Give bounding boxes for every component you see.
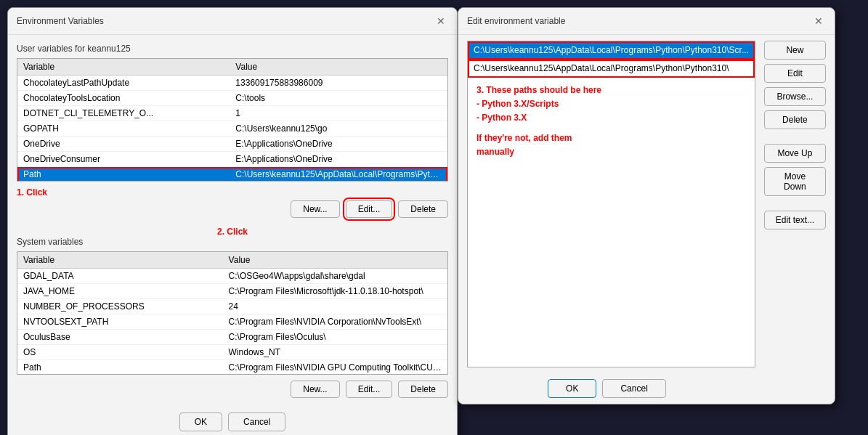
system-col-value: Value	[223, 252, 447, 269]
system-section-label: System variables	[17, 237, 448, 247]
system-row-value: C:\Program Files\NVIDIA GPU Computing To…	[223, 360, 447, 375]
user-row-variable[interactable]: Path	[17, 167, 230, 182]
env-dialog-title: Environment Variables	[17, 16, 104, 26]
user-row-value: C:\tools	[230, 91, 447, 106]
path-list-item[interactable]: C:\Users\keannu125\AppData\Local\Program…	[468, 41, 755, 60]
system-row-value: C:\Program Files\Oculus\	[223, 330, 447, 345]
system-variables-table-container: Variable Value GDAL_DATAC:\OSGeo4W\apps\…	[17, 251, 448, 375]
env-variables-dialog: Environment Variables ✕ User variables f…	[7, 7, 458, 435]
user-new-button[interactable]: New...	[291, 200, 339, 218]
edit-dialog-main: C:\Users\keannu125\AppData\Local\Program…	[458, 35, 835, 404]
user-row-value: E:\Applications\OneDrive	[230, 137, 447, 152]
annotation-line3: - Python 3.X	[476, 111, 746, 125]
system-row-value: C:\Program Files\Microsoft\jdk-11.0.18.1…	[223, 284, 447, 299]
edit-dialog-title-bar: Edit environment variable ✕	[458, 8, 835, 35]
annotation-line5: If they're not, add them	[476, 131, 746, 145]
user-row-variable[interactable]: ChocolateyLastPathUpdate	[17, 76, 230, 91]
user-table-row[interactable]: OneDriveConsumerE:\Applications\OneDrive	[17, 152, 447, 167]
edit-ok-button[interactable]: OK	[548, 379, 596, 398]
system-row-variable[interactable]: Path	[17, 360, 223, 375]
user-table-row[interactable]: GOPATHC:\Users\keannu125\go	[17, 121, 447, 137]
user-row-value: 133609175883986009	[230, 76, 447, 91]
user-row-variable[interactable]: ChocolateyToolsLocation	[17, 91, 230, 106]
user-table-row[interactable]: PathC:\Users\keannu125\AppData\Local\Pro…	[17, 167, 447, 182]
edit-edit-button[interactable]: Edit	[764, 64, 826, 83]
system-table-row[interactable]: NUMBER_OF_PROCESSORS24	[17, 299, 447, 314]
user-col-variable: Variable	[17, 59, 230, 76]
user-table-row[interactable]: ChocolateyToolsLocationC:\tools	[17, 91, 447, 106]
system-row-value: 24	[223, 299, 447, 314]
edit-browse-button[interactable]: Browse...	[764, 87, 826, 106]
user-row-value: C:\Users\keannu125\AppData\Local\Program…	[230, 167, 447, 182]
system-table-row[interactable]: JAVA_HOMEC:\Program Files\Microsoft\jdk-…	[17, 284, 447, 299]
system-row-value: C:\Program Files\NVIDIA Corporation\NvTo…	[223, 314, 447, 330]
edit-side-buttons: New Edit Browse... Delete Move Up Move D…	[755, 35, 835, 404]
annotation-box: 3. These paths should be here - Python 3…	[468, 78, 755, 165]
system-row-variable[interactable]: JAVA_HOME	[17, 284, 223, 299]
env-ok-button[interactable]: OK	[179, 412, 222, 431]
system-row-variable[interactable]: NUMBER_OF_PROCESSORS	[17, 299, 223, 314]
path-list-item[interactable]: C:\Users\keannu125\AppData\Local\Program…	[468, 60, 755, 78]
user-table-row[interactable]: DOTNET_CLI_TELEMETRY_O...1	[17, 106, 447, 121]
edit-edit-text-button[interactable]: Edit text...	[764, 211, 826, 229]
edit-new-button[interactable]: New	[764, 41, 826, 60]
env-cancel-button[interactable]: Cancel	[228, 412, 285, 431]
user-row-variable[interactable]: GOPATH	[17, 121, 230, 137]
user-edit-button[interactable]: Edit...	[346, 200, 393, 218]
env-dialog-close-button[interactable]: ✕	[434, 14, 448, 28]
system-table-buttons: New... Edit... Delete	[17, 381, 448, 398]
system-edit-button[interactable]: Edit...	[346, 381, 393, 398]
system-row-value: Windows_NT	[223, 345, 447, 360]
user-row-variable[interactable]: OneDriveConsumer	[17, 152, 230, 167]
system-table-row[interactable]: OculusBaseC:\Program Files\Oculus\	[17, 330, 447, 345]
system-table-row[interactable]: NVTOOLSEXT_PATHC:\Program Files\NVIDIA C…	[17, 314, 447, 330]
user-variables-table: Variable Value ChocolateyLastPathUpdate1…	[17, 59, 447, 182]
edit-env-variable-dialog: Edit environment variable ✕ C:\Users\kea…	[458, 7, 835, 404]
system-new-button[interactable]: New...	[291, 381, 339, 398]
user-variables-table-container: Variable Value ChocolateyLastPathUpdate1…	[17, 58, 448, 182]
edit-move-down-button[interactable]: Move Down	[764, 167, 826, 196]
paths-list-container: C:\Users\keannu125\AppData\Local\Program…	[467, 41, 755, 367]
system-row-variable[interactable]: GDAL_DATA	[17, 269, 223, 284]
edit-dialog-title: Edit environment variable	[467, 16, 565, 26]
system-row-value: C:\OSGeo4W\apps\gdal\share\gdal	[223, 269, 447, 284]
click1-label: 1. Click	[17, 187, 448, 198]
edit-delete-button[interactable]: Delete	[764, 110, 826, 129]
system-table-row[interactable]: OSWindows_NT	[17, 345, 447, 360]
edit-cancel-button[interactable]: Cancel	[602, 379, 665, 398]
system-variables-table: Variable Value GDAL_DATAC:\OSGeo4W\apps\…	[17, 252, 447, 375]
env-dialog-bottom-buttons: OK Cancel	[17, 407, 448, 434]
user-col-value: Value	[230, 59, 447, 76]
user-row-value: E:\Applications\OneDrive	[230, 152, 447, 167]
user-row-value: 1	[230, 106, 447, 121]
user-row-variable[interactable]: OneDrive	[17, 137, 230, 152]
env-dialog-title-bar: Environment Variables ✕	[8, 8, 457, 35]
system-row-variable[interactable]: OculusBase	[17, 330, 223, 345]
system-table-row[interactable]: GDAL_DATAC:\OSGeo4W\apps\gdal\share\gdal	[17, 269, 447, 284]
user-table-row[interactable]: ChocolateyLastPathUpdate1336091758839860…	[17, 76, 447, 91]
annotation-line1: 3. These paths should be here	[476, 84, 746, 97]
user-row-variable[interactable]: DOTNET_CLI_TELEMETRY_O...	[17, 106, 230, 121]
system-delete-button[interactable]: Delete	[398, 381, 448, 398]
user-delete-button[interactable]: Delete	[398, 200, 448, 218]
user-row-value: C:\Users\keannu125\go	[230, 121, 447, 137]
user-table-row[interactable]: OneDriveE:\Applications\OneDrive	[17, 137, 447, 152]
system-table-row[interactable]: PathC:\Program Files\NVIDIA GPU Computin…	[17, 360, 447, 375]
click2-label: 2. Click	[17, 227, 448, 237]
annotation-line2: - Python 3.X/Scripts	[476, 97, 746, 111]
user-section-label: User variables for keannu125	[17, 44, 448, 54]
env-dialog-body: User variables for keannu125 Variable Va…	[8, 35, 457, 435]
system-col-variable: Variable	[17, 252, 223, 269]
edit-dialog-close-button[interactable]: ✕	[811, 14, 826, 28]
system-row-variable[interactable]: NVTOOLSEXT_PATH	[17, 314, 223, 330]
user-table-buttons: New... Edit... Delete	[17, 200, 448, 218]
system-row-variable[interactable]: OS	[17, 345, 223, 360]
annotation-line6: manually	[476, 145, 746, 159]
edit-dialog-bottom-buttons: OK Cancel	[458, 373, 755, 404]
edit-move-up-button[interactable]: Move Up	[764, 144, 826, 163]
